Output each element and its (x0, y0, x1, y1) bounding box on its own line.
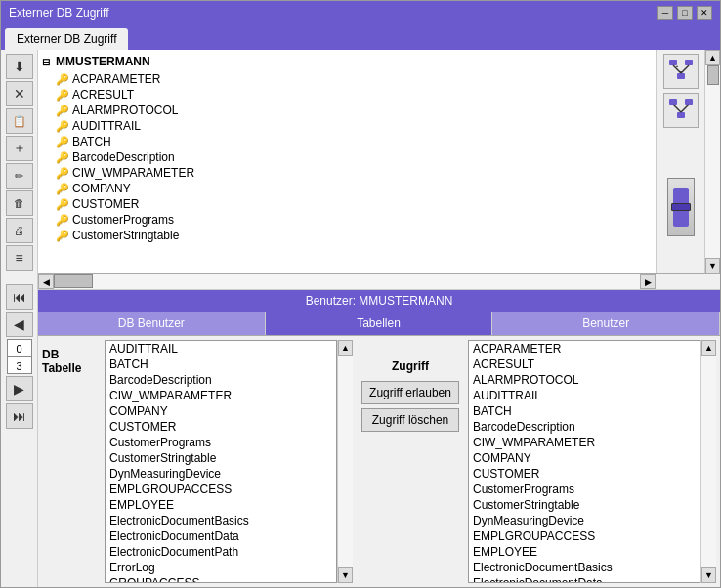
list-item[interactable]: EMPLGROUPACCESS (469, 528, 700, 544)
tables-scroll-track[interactable] (338, 356, 353, 567)
list-item[interactable]: CustomerStringtable (106, 450, 336, 466)
svg-rect-8 (685, 99, 693, 105)
delete-button[interactable]: 🗑 (6, 190, 33, 216)
scroll-thumb[interactable] (707, 65, 719, 85)
list-item[interactable]: ALARMPROTOCOL (469, 372, 700, 388)
list-item[interactable]: BarcodeDescription (469, 419, 700, 435)
filter-button[interactable]: ≡ (6, 245, 33, 271)
scroll-down-btn[interactable]: ▼ (705, 258, 720, 273)
tree-item[interactable]: 🔑 COMPANY (56, 181, 652, 196)
next-button[interactable]: ▶ (6, 376, 33, 401)
tree-item-label: ACPARAMETER (72, 72, 160, 86)
tree-item[interactable]: 🔑 CUSTOMER (56, 196, 652, 212)
hscroll-thumb[interactable] (54, 274, 93, 288)
diagram-icon-2[interactable] (663, 93, 699, 128)
copy-button[interactable]: 📋 (6, 108, 33, 134)
scroll-up-btn[interactable]: ▲ (705, 50, 720, 65)
tree-item[interactable]: 🔑 ACPARAMETER (56, 71, 652, 87)
tab-tabellen[interactable]: Tabellen (266, 312, 493, 335)
prev-first-button[interactable]: ⏮ (6, 284, 33, 310)
close-button[interactable]: ✕ (697, 6, 712, 20)
list-item[interactable]: COMPANY (106, 403, 336, 419)
prev-button[interactable]: ◀ (6, 312, 33, 337)
tree-children: 🔑 ACPARAMETER 🔑 ACRESULT 🔑 ALARMPROTOCOL (42, 71, 652, 243)
list-item[interactable]: CustomerPrograms (469, 482, 700, 497)
zugriff-erlauben-button[interactable]: Zugriff erlauben (361, 381, 459, 404)
tables-scroll-down[interactable]: ▼ (338, 567, 353, 583)
list-item[interactable]: EMPLOYEE (106, 497, 336, 513)
list-item[interactable]: DynMeasuringDevice (106, 466, 336, 482)
key-icon: 🔑 (56, 183, 69, 195)
tree-item[interactable]: 🔑 BarcodeDescription (56, 149, 652, 165)
access-scroll-up[interactable]: ▲ (701, 340, 716, 356)
tables-scroll-up[interactable]: ▲ (338, 340, 353, 356)
list-item[interactable]: ACPARAMETER (469, 341, 700, 357)
hscroll-right-btn[interactable]: ▶ (640, 274, 656, 289)
edit-button[interactable]: ✏ (6, 163, 33, 189)
tree-item-label: BarcodeDescription (72, 150, 175, 164)
list-item[interactable]: AUDITTRAIL (106, 341, 336, 357)
key-icon: 🔑 (56, 120, 69, 133)
main-tab[interactable]: Externer DB Zugriff (5, 28, 128, 50)
tree-item-label: AUDITTRAIL (72, 119, 141, 133)
hscroll-track[interactable] (54, 274, 640, 289)
scroll-track[interactable] (705, 65, 720, 258)
list-item[interactable]: CustomerPrograms (106, 435, 336, 450)
access-scroll-down[interactable]: ▼ (701, 567, 716, 583)
bottom-tabs-bar: DB Benutzer Tabellen Benutzer (38, 312, 720, 336)
list-item[interactable]: ElectronicDocumentPath (106, 544, 336, 560)
list-item[interactable]: DynMeasuringDevice (469, 513, 700, 528)
close-button2[interactable]: ✕ (6, 81, 33, 106)
hscroll-left-btn[interactable]: ◀ (38, 274, 54, 289)
tables-scroll[interactable]: AUDITTRAIL BATCH BarcodeDescription CIW_… (106, 341, 336, 582)
access-scroll[interactable]: ACPARAMETER ACRESULT ALARMPROTOCOL AUDIT… (469, 341, 700, 582)
list-item[interactable]: BarcodeDescription (106, 372, 336, 388)
tree-panel: ⊟ MMUSTERMANN 🔑 ACPARAMETER 🔑 ACRESULT (38, 50, 720, 274)
list-item[interactable]: ElectronicDocumentData (469, 575, 700, 582)
list-item[interactable]: ElectronicDocumentBasics (106, 513, 336, 528)
hscroll-end-spacer (704, 274, 720, 289)
tree-root[interactable]: ⊟ MMUSTERMANN (42, 54, 652, 69)
tree-item[interactable]: 🔑 CIW_WMPARAMETER (56, 165, 652, 181)
list-item[interactable]: ElectronicDocumentBasics (469, 560, 700, 575)
tree-container[interactable]: ⊟ MMUSTERMANN 🔑 ACPARAMETER 🔑 ACRESULT (38, 50, 656, 273)
list-item[interactable]: EMPLGROUPACCESS (106, 482, 336, 497)
download-button[interactable]: ⬇ (6, 54, 33, 79)
list-item[interactable]: CUSTOMER (469, 466, 700, 482)
list-item[interactable]: BATCH (106, 357, 336, 372)
access-scroll-track[interactable] (701, 356, 716, 567)
tab-benutzer[interactable]: Benutzer (492, 312, 720, 335)
list-item[interactable]: ElectronicDocumentData (106, 528, 336, 544)
minimize-button[interactable]: ─ (657, 6, 673, 20)
next-last-button[interactable]: ⏭ (6, 403, 33, 429)
maximize-button[interactable]: □ (677, 6, 693, 20)
list-item[interactable]: BATCH (469, 403, 700, 419)
tree-item[interactable]: 🔑 CustomerStringtable (56, 228, 652, 243)
list-item[interactable]: CUSTOMER (106, 419, 336, 435)
tree-item[interactable]: 🔑 ACRESULT (56, 87, 652, 103)
tab-db-benutzer[interactable]: DB Benutzer (38, 312, 266, 335)
main-window: Externer DB Zugriff ─ □ ✕ Externer DB Zu… (0, 0, 721, 588)
list-item[interactable]: COMPANY (469, 450, 700, 466)
tree-item-label: CUSTOMER (72, 197, 139, 211)
add-button[interactable]: ＋ (6, 136, 33, 161)
print-button[interactable]: 🖨 (6, 218, 33, 243)
list-item[interactable]: CIW_WMPARAMETER (469, 435, 700, 450)
zugriff-loeschen-button[interactable]: Zugriff löschen (361, 408, 459, 432)
expand-icon[interactable]: ⊟ (42, 57, 56, 67)
list-item[interactable]: EMPLOYEE (469, 544, 700, 560)
list-item[interactable]: GROUPACCESS (106, 575, 336, 582)
key-icon: 🔑 (56, 105, 69, 117)
tree-item[interactable]: 🔑 BATCH (56, 134, 652, 149)
list-item[interactable]: ErrorLog (106, 560, 336, 575)
slider-icon[interactable] (667, 178, 695, 236)
list-item[interactable]: CustomerStringtable (469, 497, 700, 513)
list-item[interactable]: ACRESULT (469, 357, 700, 372)
diagram-icon-1[interactable] (663, 54, 699, 89)
tree-item[interactable]: 🔑 ALARMPROTOCOL (56, 103, 652, 118)
tree-item-label: COMPANY (72, 182, 131, 195)
list-item[interactable]: AUDITTRAIL (469, 388, 700, 403)
tree-item[interactable]: 🔑 AUDITTRAIL (56, 118, 652, 134)
list-item[interactable]: CIW_WMPARAMETER (106, 388, 336, 403)
tree-item[interactable]: 🔑 CustomerPrograms (56, 212, 652, 228)
